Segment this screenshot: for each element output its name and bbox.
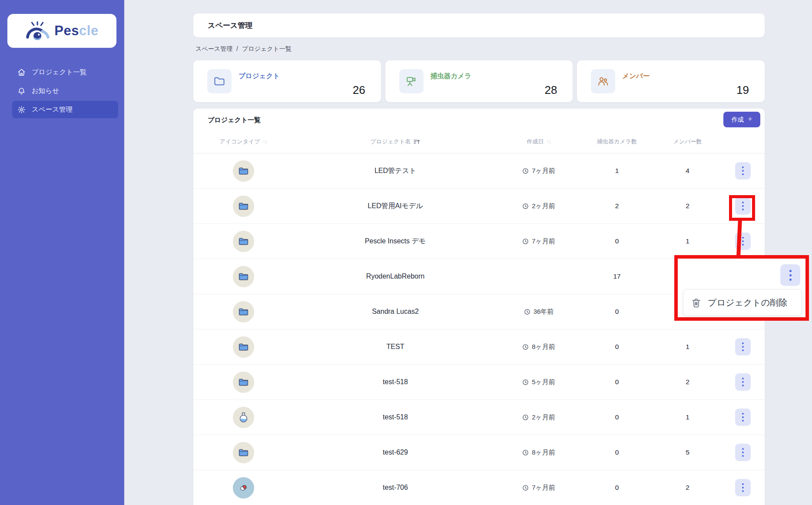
project-name: test-706 (293, 484, 497, 492)
row-menu-button[interactable] (735, 162, 751, 179)
stat-value: 28 (544, 83, 557, 97)
stat-card-members: メンバー 19 (577, 60, 765, 102)
project-name: Pescle Insects デモ (293, 237, 497, 246)
table-row[interactable]: LED管テスト 7ヶ月前 1 4 (193, 153, 765, 189)
camera-icon (405, 75, 418, 87)
table-body: LED管テスト 7ヶ月前 1 4 LED管用AIモデル 2ヶ月前 2 2 Pes… (193, 153, 765, 505)
gear-icon (17, 106, 26, 114)
page-title: スペース管理 (208, 20, 252, 30)
breadcrumb: スペース管理 / プロジェクト一覧 (196, 45, 292, 53)
project-name: RyodenLabReborn (293, 272, 497, 280)
column-header-member-count: メンバー数 (654, 138, 721, 146)
sidebar-item-project-list[interactable]: プロジェクト一覧 (0, 63, 124, 81)
project-name: test-518 (293, 378, 497, 386)
camera-count: 0 (580, 484, 654, 492)
camera-count: 0 (580, 237, 654, 245)
table-row[interactable]: test-629 8ヶ月前 0 5 (193, 435, 765, 470)
camera-count: 0 (580, 308, 654, 316)
folder-icon (213, 75, 225, 87)
sidebar-item-label: お知らせ (32, 86, 59, 96)
created-at: 2ヶ月前 (497, 202, 580, 210)
created-at: 5ヶ月前 (497, 378, 580, 386)
member-count: 1 (654, 237, 721, 245)
trash-icon (691, 297, 702, 308)
camera-count: 0 (580, 413, 654, 421)
breadcrumb-separator: / (236, 45, 238, 53)
member-count: 1 (654, 343, 721, 351)
folder-icon (233, 442, 254, 463)
camera-count: 0 (580, 378, 654, 386)
column-header-created-at[interactable]: 作成日 ↑↓ (497, 138, 580, 146)
row-menu-button[interactable] (780, 264, 800, 286)
created-at: 7ヶ月前 (497, 167, 580, 175)
pill-icon (233, 477, 254, 498)
annotation-box-kebab (729, 195, 755, 221)
project-name: test-629 (293, 449, 497, 456)
row-menu-button[interactable] (735, 479, 751, 496)
project-name: test-518 (293, 413, 497, 421)
column-header-icon-type[interactable]: アイコンタイプ ↑↓ (193, 138, 293, 146)
folder-icon (233, 336, 254, 358)
project-name: LED管テスト (293, 166, 497, 176)
created-at: 36年前 (497, 308, 580, 316)
project-name: TEST (293, 343, 497, 351)
created-at: 7ヶ月前 (497, 237, 580, 246)
page-title-card: スペース管理 (193, 13, 765, 37)
folder-icon (233, 301, 254, 322)
folder-icon (233, 196, 254, 217)
create-button[interactable]: 作成 + (723, 112, 760, 127)
member-count: 5 (654, 449, 721, 456)
stat-cards: プロジェクト 26 捕虫器カメラ 28 メンバー 19 (193, 60, 765, 102)
row-menu-button[interactable] (735, 409, 751, 426)
home-icon (17, 68, 26, 76)
stat-label: プロジェクト (239, 72, 280, 81)
row-menu-button[interactable] (735, 373, 751, 391)
table-row[interactable]: LED管用AIモデル 2ヶ月前 2 2 (193, 189, 765, 224)
camera-count: 1 (580, 167, 654, 175)
sidebar-nav: プロジェクト一覧 お知らせ スペース管理 (0, 63, 124, 120)
member-count: 2 (654, 378, 721, 386)
members-icon (597, 75, 609, 87)
camera-count: 2 (580, 202, 654, 210)
table-row[interactable]: TEST 8ヶ月前 0 1 (193, 329, 765, 365)
project-name: Sandra Lucas2 (293, 308, 497, 316)
table-row[interactable]: test-518 2ヶ月前 0 1 (193, 400, 765, 435)
bell-icon (17, 87, 26, 95)
stat-label: 捕虫器カメラ (431, 72, 471, 81)
table-row[interactable]: test-706 7ヶ月前 0 2 (193, 470, 765, 505)
plus-icon: + (748, 115, 752, 124)
row-menu-button[interactable] (735, 444, 751, 461)
sidebar-item-notifications[interactable]: お知らせ (0, 82, 124, 100)
column-header-project-name[interactable]: プロジェクト名 (293, 138, 497, 146)
flask-icon (233, 407, 254, 428)
sidebar: Pescle プロジェクト一覧 お知らせ スペース管理 (0, 0, 124, 505)
project-context-menu: プロジェクトの削除 (683, 289, 802, 316)
sidebar-item-space-management[interactable]: スペース管理 (12, 101, 118, 118)
member-count: 2 (654, 484, 721, 492)
table-row[interactable]: test-518 5ヶ月前 0 2 (193, 365, 765, 400)
sidebar-item-label: スペース管理 (32, 105, 73, 114)
created-at: 2ヶ月前 (497, 413, 580, 422)
camera-count: 0 (580, 449, 654, 456)
table-row[interactable]: Pescle Insects デモ 7ヶ月前 0 1 (193, 224, 765, 259)
member-count: 2 (654, 202, 721, 210)
panel-title: プロジェクト一覧 (208, 116, 261, 124)
stat-value: 26 (353, 83, 365, 97)
column-header-camera-count: 捕虫器カメラ数 (580, 138, 654, 146)
stat-value: 19 (736, 83, 749, 97)
delete-project-menu-item[interactable]: プロジェクトの削除 (708, 297, 787, 309)
folder-icon (233, 266, 254, 287)
stat-card-projects: プロジェクト 26 (193, 60, 381, 102)
breadcrumb-section[interactable]: スペース管理 (196, 45, 232, 53)
sort-ascending-icon (413, 138, 420, 145)
pescle-logo[interactable]: Pescle (7, 14, 116, 48)
created-at: 8ヶ月前 (497, 449, 580, 457)
row-menu-button[interactable] (735, 338, 751, 355)
stat-label: メンバー (622, 72, 650, 81)
camera-count: 0 (580, 343, 654, 351)
sort-updown-icon: ↑↓ (547, 139, 551, 145)
project-name: LED管用AIモデル (293, 202, 497, 211)
camera-count: 17 (580, 272, 654, 280)
table-header-row: アイコンタイプ ↑↓ プロジェクト名 作成日 ↑↓ 捕虫器カメラ数 メンバー数 (193, 130, 765, 153)
created-at: 7ヶ月前 (497, 484, 580, 492)
